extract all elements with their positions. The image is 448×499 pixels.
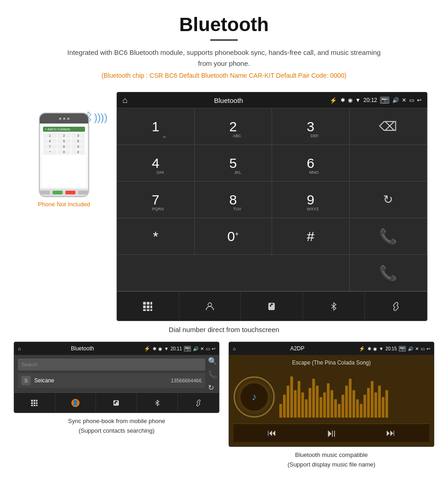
phonebook-side-icons: 🔍 📞 ↻ [208, 357, 217, 392]
pb-bottom-user[interactable]: 👤 [55, 393, 96, 413]
dial-key-call-red[interactable]: 📞 [350, 255, 427, 291]
dial-key-0[interactable]: 0+ [195, 218, 272, 255]
refresh-side-icon[interactable]: ↻ [208, 383, 217, 392]
pb-bottom-link[interactable] [178, 393, 219, 413]
dial-key-3[interactable]: 3 DEF [272, 108, 350, 145]
phonebook-body: Search S Seicane 13566664466 [14, 355, 219, 392]
dial-grid: 1 ∞ 2 ABC 3 DEF ⌫ 4 GHI 5 JKL [117, 108, 427, 291]
dial-key-2[interactable]: 2 ABC [195, 108, 272, 145]
sub-7: PQRS [152, 207, 164, 211]
search-placeholder: Search [21, 362, 37, 367]
dial-key-hash[interactable]: # [272, 218, 350, 255]
sub-8: TUV [233, 207, 241, 211]
phone-key: 9 [71, 144, 85, 149]
search-bar[interactable]: Search [18, 359, 205, 370]
ms-loc-icon: ◉ [373, 346, 377, 351]
pb-back-icon: ↩ [212, 346, 215, 351]
svg-line-22 [155, 403, 157, 404]
digit-hash: # [307, 229, 315, 244]
dial-key-6[interactable]: 6 MNO [272, 145, 350, 182]
dial-bottom-bar [117, 291, 427, 321]
bottom-screens: ⌂ Bluetooth ⚡ ✱ ◉ ▼ 20:11 📷 🔊 ✕ ▭ ↩ [0, 342, 448, 470]
eq-bar [378, 386, 381, 418]
dial-key-star[interactable]: * [117, 218, 195, 255]
call-side-icon[interactable]: 📞 [208, 370, 217, 379]
dial-key-backspace[interactable]: ⌫ [350, 108, 427, 145]
phonebook-bottom-bar: 👤 [14, 392, 219, 413]
contact-number: 13566664466 [171, 378, 202, 383]
svg-rect-2 [150, 302, 152, 305]
play-pause-button[interactable]: ⏯ [326, 427, 337, 440]
digit-5: 5 [229, 156, 237, 171]
pb-bottom-phone[interactable] [96, 393, 137, 413]
phone-btn-green [53, 191, 63, 194]
signal-status-icon: ▼ [355, 97, 361, 103]
eq-bar [327, 383, 330, 418]
pb-home-icon[interactable]: ⌂ [18, 346, 21, 351]
svg-rect-14 [36, 400, 37, 402]
eq-bar [316, 386, 319, 418]
phone-screen: + Add to Contacts 1 2 3 4 5 6 7 8 9 * [40, 123, 88, 189]
page-title: Bluetooth [9, 14, 439, 36]
middle-section: ᛒ )))) + Add to Contacts 1 2 3 [0, 92, 448, 321]
phone-key: 3 [71, 133, 85, 138]
eq-bar [312, 379, 315, 418]
eq-bar [349, 379, 352, 418]
bottom-bar-link[interactable] [365, 292, 427, 321]
dial-key-1[interactable]: 1 ∞ [117, 108, 195, 145]
link-icon [391, 301, 401, 311]
phone-dot-2 [63, 118, 65, 120]
ms-title: A2DP [238, 345, 357, 352]
bottom-bar-phone[interactable] [241, 292, 303, 321]
pb-status-right: ✱ ◉ ▼ 20:11 📷 🔊 ✕ ▭ ↩ [153, 346, 215, 352]
status-right: ✱ ◉ ▼ 20:12 📷 🔊 ✕ ▭ ↩ [341, 97, 421, 104]
svg-rect-18 [31, 405, 33, 406]
contact-name: Seicane [34, 377, 171, 384]
ms-home-icon[interactable]: ⌂ [233, 346, 236, 351]
window-status-icon: ▭ [409, 97, 414, 103]
bottom-bar-bluetooth[interactable] [303, 292, 365, 321]
svg-rect-19 [34, 405, 36, 406]
prev-button[interactable]: ⏮ [267, 428, 277, 438]
dial-key-5[interactable]: 5 JKL [195, 145, 272, 182]
page-header: Bluetooth Integrated with BC6 Bluetooth … [0, 0, 448, 92]
contact-row[interactable]: S Seicane 13566664466 [18, 373, 205, 388]
sub-4: GHI [156, 170, 164, 175]
phone-key: 1 [43, 133, 57, 138]
pb-bottom-bt[interactable] [137, 393, 178, 413]
eq-bar [367, 388, 370, 418]
home-icon[interactable]: ⌂ [123, 96, 128, 105]
svg-point-9 [208, 303, 212, 306]
phone-dot-3 [67, 118, 69, 120]
music-screen: ⌂ A2DP ⚡ ✱ ◉ ▼ 20:15 📷 🔊 ✕ ▭ ↩ Escape (T… [229, 342, 434, 447]
svg-rect-15 [31, 402, 33, 404]
pb-bottom-grid[interactable] [14, 393, 55, 413]
eq-bar [341, 395, 344, 418]
reload-icon: ↻ [383, 193, 393, 207]
pb-phone-icon [112, 399, 120, 407]
dial-key-call-green[interactable]: 📞 [350, 218, 427, 255]
dial-screen-title: Bluetooth [131, 97, 326, 104]
svg-rect-17 [36, 402, 37, 404]
ms-time: 20:15 [385, 346, 397, 351]
search-side-icon[interactable]: 🔍 [208, 357, 217, 365]
dial-key-8[interactable]: 8 TUV [195, 182, 272, 218]
eq-bar [320, 397, 322, 418]
bottom-bar-grid[interactable] [117, 292, 179, 321]
dial-key-7[interactable]: 7 PQRS [117, 182, 195, 218]
pb-vol-icon: 🔊 [193, 346, 198, 351]
dial-key-9[interactable]: 9 WXYZ [272, 182, 350, 218]
eq-bar [290, 376, 293, 418]
dial-key-reload[interactable]: ↻ [350, 182, 427, 218]
eq-bar [345, 386, 348, 418]
phone-key: 8 [57, 144, 71, 149]
bottom-bar-contacts[interactable] [179, 292, 241, 321]
phone-container: ᛒ )))) + Add to Contacts 1 2 3 [21, 92, 107, 208]
pb-time: 20:11 [171, 346, 182, 351]
phone-key: # [71, 150, 85, 155]
dial-key-4[interactable]: 4 GHI [117, 145, 195, 182]
eq-bar [305, 399, 308, 418]
dial-screen: ⌂ Bluetooth ⚡ ✱ ◉ ▼ 20:12 📷 🔊 ✕ ▭ ↩ 1 ∞ [117, 92, 427, 321]
pb-title: Bluetooth [23, 345, 142, 352]
next-button[interactable]: ⏭ [386, 428, 395, 438]
